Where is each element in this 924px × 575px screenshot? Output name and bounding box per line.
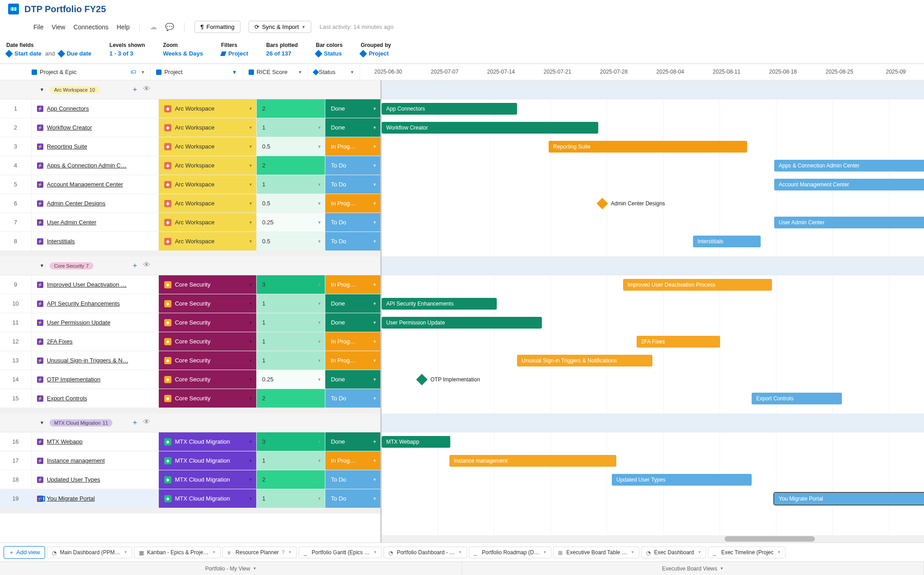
view-tab[interactable]: ◔Main Dashboard (PPM…▼ xyxy=(47,547,132,558)
project-cell[interactable]: ◆Arc Workspace▼ xyxy=(159,175,257,194)
gantt-bar[interactable]: Updated User Types xyxy=(612,474,752,486)
epic-cell[interactable]: ⚡You Migrate Portal xyxy=(32,489,159,508)
chevron-down-icon[interactable]: ▼ xyxy=(249,496,253,501)
table-row[interactable]: 14 ⚡OTP Implementation ◆Core Security▼ 0… xyxy=(0,370,380,389)
chevron-down-icon[interactable]: ▼ xyxy=(249,283,253,287)
chevron-down-icon[interactable]: ▼ xyxy=(317,201,321,206)
help-icon[interactable]: ? xyxy=(282,549,285,556)
add-item-icon[interactable]: ＋ xyxy=(131,418,139,427)
table-row[interactable]: 19 ⚡You Migrate Portal ◆MTX Cloud Migrat… xyxy=(0,489,380,508)
menu-view[interactable]: View xyxy=(52,23,65,31)
chevron-down-icon[interactable]: ▼ xyxy=(249,163,253,168)
project-cell[interactable]: ◆Arc Workspace▼ xyxy=(159,213,257,232)
chevron-down-icon[interactable]: ▼ xyxy=(777,550,781,554)
chevron-down-icon[interactable]: ▼ xyxy=(373,239,377,244)
chevron-down-icon[interactable]: ▼ xyxy=(298,70,302,74)
chevron-down-icon[interactable]: ▼ xyxy=(631,550,634,554)
chevron-down-icon[interactable]: ▼ xyxy=(249,220,253,225)
filter-icon[interactable]: ▼ xyxy=(232,69,237,75)
config-filters-value[interactable]: Project xyxy=(221,50,248,57)
chevron-down-icon[interactable]: ▼ xyxy=(249,182,253,187)
app-logo[interactable] xyxy=(8,4,19,14)
hide-icon[interactable]: 👁 xyxy=(143,418,150,427)
epic-cell[interactable]: ⚡MTX Webapp xyxy=(32,432,159,451)
project-cell[interactable]: ◆MTX Cloud Migration▼ xyxy=(159,489,257,508)
rice-cell[interactable]: 0.5▼ xyxy=(257,137,325,156)
epic-cell[interactable]: ⚡App Connectors xyxy=(32,99,159,118)
collapse-icon[interactable]: ▼ xyxy=(40,420,44,425)
chevron-down-icon[interactable]: ▼ xyxy=(141,70,145,74)
epic-cell[interactable]: ⚡API Security Enhancements xyxy=(32,294,159,313)
project-cell[interactable]: ◆Core Security▼ xyxy=(159,389,257,408)
chevron-down-icon[interactable]: ▼ xyxy=(317,283,321,287)
status-cell[interactable]: In Prog…▼ xyxy=(325,332,380,351)
status-cell[interactable]: Done▼ xyxy=(325,313,380,332)
group-header-arc[interactable]: ▼ Arc Workspace 10 ＋👁 xyxy=(0,80,380,99)
table-row[interactable]: 1 ⚡App Connectors ◆Arc Workspace▼ 2▼ Don… xyxy=(0,99,380,118)
gantt-bar[interactable]: 2FA Fixes xyxy=(637,336,720,348)
menu-file[interactable]: File xyxy=(33,23,44,31)
view-tab[interactable]: ≡Resource Planner?▼ xyxy=(222,547,297,558)
chevron-down-icon[interactable]: ▼ xyxy=(373,163,377,168)
gantt-bar[interactable]: Reporting Suite xyxy=(549,141,747,153)
view-tab[interactable]: ⎯Exec Timeline (Projec▼ xyxy=(708,547,785,558)
rice-cell[interactable]: 1▼ xyxy=(257,351,325,370)
rice-cell[interactable]: 0.5▼ xyxy=(257,232,325,250)
chevron-down-icon[interactable]: ▼ xyxy=(124,550,127,554)
status-cell[interactable]: In Prog…▼ xyxy=(325,351,380,370)
table-row[interactable]: 18 ⚡Updated User Types ◆MTX Cloud Migrat… xyxy=(0,470,380,489)
rice-cell[interactable]: 1▼ xyxy=(257,313,325,332)
config-grouped-value[interactable]: Project xyxy=(360,50,391,57)
chevron-down-icon[interactable]: ▼ xyxy=(373,358,377,363)
chevron-down-icon[interactable]: ▼ xyxy=(373,550,377,554)
project-cell[interactable]: ◆Core Security▼ xyxy=(159,313,257,332)
project-cell[interactable]: ◆Core Security▼ xyxy=(159,351,257,370)
project-cell[interactable]: ◆Core Security▼ xyxy=(159,370,257,389)
column-header-project[interactable]: Project ▼ xyxy=(151,64,243,80)
rice-cell[interactable]: 1▼ xyxy=(257,489,325,508)
chevron-down-icon[interactable]: ▼ xyxy=(317,125,321,130)
chevron-down-icon[interactable]: ▼ xyxy=(373,320,377,325)
status-cell[interactable]: In Prog…▼ xyxy=(325,137,380,156)
column-header-rice[interactable]: RICE Score ▼ xyxy=(243,64,308,80)
chevron-down-icon[interactable]: ▼ xyxy=(698,550,702,554)
project-cell[interactable]: ◆Core Security▼ xyxy=(159,332,257,351)
comment-icon[interactable]: 💬 xyxy=(165,23,174,31)
hide-icon[interactable]: 👁 xyxy=(143,85,150,94)
table-row[interactable]: 2 ⚡Workflow Creator ◆Arc Workspace▼ 1▼ D… xyxy=(0,118,380,137)
gantt-bar[interactable]: Interstitials xyxy=(693,236,761,247)
rice-cell[interactable]: 3▼ xyxy=(257,275,325,294)
status-cell[interactable]: In Prog…▼ xyxy=(325,194,380,213)
rice-cell[interactable]: 1▼ xyxy=(257,294,325,313)
chevron-down-icon[interactable]: ▼ xyxy=(373,220,377,225)
config-bars-value[interactable]: 26 of 137 xyxy=(266,50,298,57)
chevron-down-icon[interactable]: ▼ xyxy=(317,339,321,344)
chevron-down-icon[interactable]: ▼ xyxy=(373,125,377,130)
chevron-down-icon[interactable]: ▼ xyxy=(543,550,546,554)
gantt-bar[interactable]: Export Controls xyxy=(752,393,842,404)
collapse-icon[interactable]: ▼ xyxy=(40,263,44,268)
chevron-down-icon[interactable]: ▼ xyxy=(317,301,321,306)
table-row[interactable]: 6 ⚡Admin Center Designs ◆Arc Workspace▼ … xyxy=(0,194,380,213)
chevron-down-icon[interactable]: ▼ xyxy=(373,107,377,111)
view-tab[interactable]: ◔Exec Dashboard▼ xyxy=(641,547,707,558)
chevron-down-icon[interactable]: ▼ xyxy=(373,496,377,501)
sync-import-button[interactable]: ⟳ Sync & Import ▼ xyxy=(249,21,312,33)
chevron-down-icon[interactable]: ▼ xyxy=(373,201,377,206)
tag-icon[interactable]: 🏷 xyxy=(130,69,136,75)
rice-cell[interactable]: 1▼ xyxy=(257,332,325,351)
gantt-bar[interactable]: User Permission Update xyxy=(382,317,542,329)
rice-cell[interactable]: 0.25▼ xyxy=(257,370,325,389)
gantt-bar[interactable]: Instance management xyxy=(449,455,616,467)
horizontal-scrollbar[interactable] xyxy=(382,535,924,543)
hide-icon[interactable]: 👁 xyxy=(143,261,150,270)
status-cell[interactable]: In Prog…▼ xyxy=(325,451,380,470)
rice-cell[interactable]: 0.5▼ xyxy=(257,194,325,213)
add-view-button[interactable]: ＋Add view xyxy=(4,546,45,559)
rice-cell[interactable]: 2▼ xyxy=(257,389,325,408)
column-header-epic[interactable]: Project & Epic 🏷 ▼ xyxy=(0,64,151,80)
view-tab[interactable]: ▦Kanban - Epics & Proje…▼ xyxy=(134,547,221,558)
collapse-icon[interactable]: ▼ xyxy=(40,87,44,92)
gantt-bar[interactable]: You Migrate Portal xyxy=(774,493,924,505)
status-cell[interactable]: In Prog…▼ xyxy=(325,275,380,294)
